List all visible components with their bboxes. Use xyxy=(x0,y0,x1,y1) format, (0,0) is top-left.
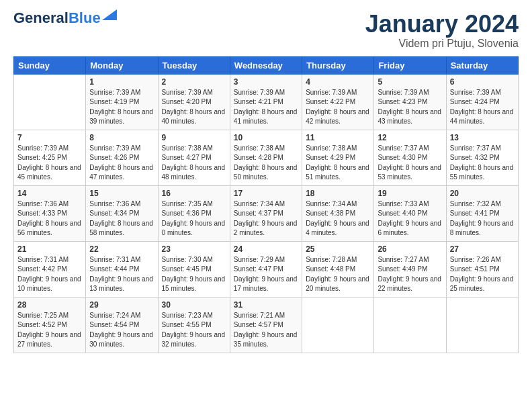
table-row: 11 Sunrise: 7:38 AM Sunset: 4:29 PM Dayl… xyxy=(302,130,374,185)
day-info: Sunrise: 7:34 AM Sunset: 4:37 PM Dayligh… xyxy=(234,199,298,238)
day-number: 11 xyxy=(306,133,370,142)
day-number: 5 xyxy=(378,77,442,87)
day-number: 13 xyxy=(450,133,515,142)
day-info: Sunrise: 7:37 AM Sunset: 4:32 PM Dayligh… xyxy=(450,144,515,183)
day-info: Sunrise: 7:23 AM Sunset: 4:55 PM Dayligh… xyxy=(162,311,226,350)
day-number: 10 xyxy=(234,133,298,142)
day-number: 2 xyxy=(162,77,226,87)
day-number: 20 xyxy=(450,189,515,198)
day-number: 19 xyxy=(378,189,442,198)
day-info: Sunrise: 7:37 AM Sunset: 4:30 PM Dayligh… xyxy=(378,144,442,183)
col-friday: Friday xyxy=(374,56,446,74)
day-number: 15 xyxy=(89,189,154,198)
day-number: 22 xyxy=(89,244,154,254)
col-tuesday: Tuesday xyxy=(158,56,230,74)
table-row: 25 Sunrise: 7:28 AM Sunset: 4:48 PM Dayl… xyxy=(302,241,374,297)
table-row: 23 Sunrise: 7:30 AM Sunset: 4:45 PM Dayl… xyxy=(158,241,230,297)
location: Videm pri Ptuju, Slovenia xyxy=(365,38,519,50)
day-info: Sunrise: 7:38 AM Sunset: 4:28 PM Dayligh… xyxy=(234,144,298,183)
day-number: 23 xyxy=(162,244,226,254)
table-row: 3 Sunrise: 7:39 AM Sunset: 4:21 PM Dayli… xyxy=(230,74,302,130)
title-block: January 2024 Videm pri Ptuju, Slovenia xyxy=(365,11,519,50)
table-row: 30 Sunrise: 7:23 AM Sunset: 4:55 PM Dayl… xyxy=(158,297,230,353)
day-number: 30 xyxy=(162,300,226,310)
day-info: Sunrise: 7:33 AM Sunset: 4:40 PM Dayligh… xyxy=(378,199,442,238)
day-info: Sunrise: 7:29 AM Sunset: 4:47 PM Dayligh… xyxy=(234,255,298,294)
day-info: Sunrise: 7:31 AM Sunset: 4:42 PM Dayligh… xyxy=(17,255,82,294)
day-number: 27 xyxy=(450,244,515,254)
day-number: 9 xyxy=(162,133,226,142)
day-info: Sunrise: 7:27 AM Sunset: 4:49 PM Dayligh… xyxy=(378,255,442,294)
day-number: 14 xyxy=(17,189,82,198)
day-number: 18 xyxy=(306,189,370,198)
table-row: 2 Sunrise: 7:39 AM Sunset: 4:20 PM Dayli… xyxy=(158,74,230,130)
day-info: Sunrise: 7:39 AM Sunset: 4:23 PM Dayligh… xyxy=(378,88,442,127)
day-info: Sunrise: 7:30 AM Sunset: 4:45 PM Dayligh… xyxy=(162,255,226,294)
table-row: 28 Sunrise: 7:25 AM Sunset: 4:52 PM Dayl… xyxy=(14,297,86,353)
table-row: 20 Sunrise: 7:32 AM Sunset: 4:41 PM Dayl… xyxy=(446,185,518,241)
day-info: Sunrise: 7:36 AM Sunset: 4:33 PM Dayligh… xyxy=(17,199,82,238)
table-row: 24 Sunrise: 7:29 AM Sunset: 4:47 PM Dayl… xyxy=(230,241,302,297)
day-info: Sunrise: 7:25 AM Sunset: 4:52 PM Dayligh… xyxy=(17,311,82,350)
day-number: 12 xyxy=(378,133,442,142)
calendar-table: Sunday Monday Tuesday Wednesday Thursday… xyxy=(13,56,519,353)
table-row: 27 Sunrise: 7:26 AM Sunset: 4:51 PM Dayl… xyxy=(446,241,518,297)
table-row: 6 Sunrise: 7:39 AM Sunset: 4:24 PM Dayli… xyxy=(446,74,518,130)
logo-icon xyxy=(102,9,117,20)
table-row: 14 Sunrise: 7:36 AM Sunset: 4:33 PM Dayl… xyxy=(14,185,86,241)
day-info: Sunrise: 7:31 AM Sunset: 4:44 PM Dayligh… xyxy=(89,255,154,294)
day-info: Sunrise: 7:39 AM Sunset: 4:22 PM Dayligh… xyxy=(306,88,370,127)
page-container: GeneralBlue January 2024 Videm pri Ptuju… xyxy=(0,0,532,360)
table-row: 10 Sunrise: 7:38 AM Sunset: 4:28 PM Dayl… xyxy=(230,130,302,185)
table-row xyxy=(374,297,446,353)
day-number: 7 xyxy=(17,133,82,142)
table-row: 26 Sunrise: 7:27 AM Sunset: 4:49 PM Dayl… xyxy=(374,241,446,297)
day-info: Sunrise: 7:24 AM Sunset: 4:54 PM Dayligh… xyxy=(89,311,154,350)
table-row: 7 Sunrise: 7:39 AM Sunset: 4:25 PM Dayli… xyxy=(14,130,86,185)
day-number: 3 xyxy=(234,77,298,87)
table-row: 16 Sunrise: 7:35 AM Sunset: 4:36 PM Dayl… xyxy=(158,185,230,241)
day-info: Sunrise: 7:34 AM Sunset: 4:38 PM Dayligh… xyxy=(306,199,370,238)
day-info: Sunrise: 7:38 AM Sunset: 4:27 PM Dayligh… xyxy=(162,144,226,183)
day-info: Sunrise: 7:28 AM Sunset: 4:48 PM Dayligh… xyxy=(306,255,370,294)
table-row: 17 Sunrise: 7:34 AM Sunset: 4:37 PM Dayl… xyxy=(230,185,302,241)
day-info: Sunrise: 7:39 AM Sunset: 4:24 PM Dayligh… xyxy=(450,88,515,127)
day-info: Sunrise: 7:32 AM Sunset: 4:41 PM Dayligh… xyxy=(450,199,515,238)
header-row: Sunday Monday Tuesday Wednesday Thursday… xyxy=(14,56,519,74)
day-number: 26 xyxy=(378,244,442,254)
table-row: 31 Sunrise: 7:21 AM Sunset: 4:57 PM Dayl… xyxy=(230,297,302,353)
day-number: 8 xyxy=(89,133,154,142)
table-row: 5 Sunrise: 7:39 AM Sunset: 4:23 PM Dayli… xyxy=(374,74,446,130)
col-sunday: Sunday xyxy=(14,56,86,74)
table-row: 22 Sunrise: 7:31 AM Sunset: 4:44 PM Dayl… xyxy=(86,241,158,297)
day-info: Sunrise: 7:39 AM Sunset: 4:25 PM Dayligh… xyxy=(17,144,82,183)
day-info: Sunrise: 7:35 AM Sunset: 4:36 PM Dayligh… xyxy=(162,199,226,238)
col-wednesday: Wednesday xyxy=(230,56,302,74)
day-info: Sunrise: 7:21 AM Sunset: 4:57 PM Dayligh… xyxy=(234,311,298,350)
day-info: Sunrise: 7:39 AM Sunset: 4:20 PM Dayligh… xyxy=(162,88,226,127)
day-number: 31 xyxy=(234,300,298,310)
day-number: 29 xyxy=(89,300,154,310)
col-saturday: Saturday xyxy=(446,56,518,74)
table-row: 29 Sunrise: 7:24 AM Sunset: 4:54 PM Dayl… xyxy=(86,297,158,353)
table-row xyxy=(446,297,518,353)
month-title: January 2024 xyxy=(365,11,519,38)
table-row: 21 Sunrise: 7:31 AM Sunset: 4:42 PM Dayl… xyxy=(14,241,86,297)
logo-text: GeneralBlue xyxy=(13,11,101,26)
col-monday: Monday xyxy=(86,56,158,74)
header: GeneralBlue January 2024 Videm pri Ptuju… xyxy=(13,11,519,50)
day-info: Sunrise: 7:39 AM Sunset: 4:21 PM Dayligh… xyxy=(234,88,298,127)
table-row: 18 Sunrise: 7:34 AM Sunset: 4:38 PM Dayl… xyxy=(302,185,374,241)
day-number: 24 xyxy=(234,244,298,254)
day-info: Sunrise: 7:39 AM Sunset: 4:26 PM Dayligh… xyxy=(89,144,154,183)
day-number: 25 xyxy=(306,244,370,254)
table-row: 1 Sunrise: 7:39 AM Sunset: 4:19 PM Dayli… xyxy=(86,74,158,130)
table-row: 9 Sunrise: 7:38 AM Sunset: 4:27 PM Dayli… xyxy=(158,130,230,185)
day-number: 17 xyxy=(234,189,298,198)
table-row: 8 Sunrise: 7:39 AM Sunset: 4:26 PM Dayli… xyxy=(86,130,158,185)
table-row xyxy=(302,297,374,353)
day-info: Sunrise: 7:38 AM Sunset: 4:29 PM Dayligh… xyxy=(306,144,370,183)
day-number: 16 xyxy=(162,189,226,198)
logo: GeneralBlue xyxy=(13,11,117,26)
day-number: 28 xyxy=(17,300,82,310)
